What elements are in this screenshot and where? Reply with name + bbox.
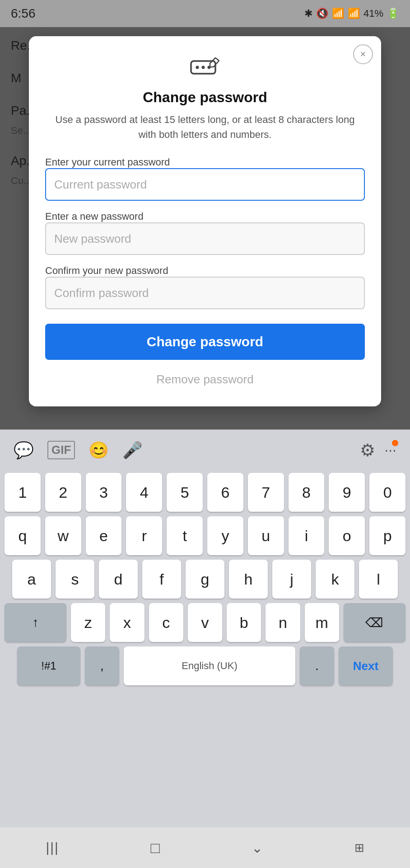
- key-4[interactable]: 4: [126, 473, 162, 512]
- settings-icon[interactable]: ⚙: [360, 440, 375, 460]
- sticker-icon[interactable]: 💬: [14, 441, 34, 460]
- mic-icon[interactable]: 🎤: [122, 441, 143, 460]
- period-key[interactable]: .: [300, 646, 334, 685]
- toolbar-icons: 💬 GIF 😊 🎤: [14, 441, 143, 460]
- key-f[interactable]: f: [142, 560, 181, 599]
- key-a[interactable]: a: [12, 560, 51, 599]
- key-2[interactable]: 2: [45, 473, 81, 512]
- new-password-input[interactable]: [45, 222, 365, 255]
- apps-nav-icon[interactable]: ⊞: [354, 841, 364, 855]
- next-key[interactable]: Next: [339, 646, 393, 685]
- number-row: 1 2 3 4 5 6 7 8 9 0: [5, 473, 405, 512]
- svg-point-1: [196, 66, 199, 69]
- home-nav-icon[interactable]: □: [151, 839, 160, 857]
- key-b[interactable]: b: [227, 603, 261, 642]
- key-z[interactable]: z: [71, 603, 105, 642]
- remove-password-button[interactable]: Remove password: [45, 369, 365, 390]
- battery-icon: 🔋: [387, 8, 399, 19]
- key-d[interactable]: d: [99, 560, 138, 599]
- confirm-password-input[interactable]: [45, 277, 365, 309]
- key-w[interactable]: w: [45, 516, 81, 555]
- key-g[interactable]: g: [186, 560, 224, 599]
- key-y[interactable]: y: [207, 516, 243, 555]
- key-5[interactable]: 5: [167, 473, 203, 512]
- status-bar: 6:56 ✱ 🔇 📶 📶 41% 🔋: [0, 0, 410, 27]
- zxcv-row: ↑ z x c v b n m ⌫: [5, 603, 405, 642]
- key-q[interactable]: q: [5, 516, 41, 555]
- key-l[interactable]: l: [359, 560, 398, 599]
- more-options-icon[interactable]: ···: [384, 442, 396, 458]
- dialog-title: Change password: [45, 89, 365, 106]
- signal-icon: 📶: [348, 8, 360, 19]
- key-8[interactable]: 8: [289, 473, 325, 512]
- change-password-button[interactable]: Change password: [45, 324, 365, 360]
- symbols-key[interactable]: !#1: [17, 646, 80, 685]
- qwerty-row: q w e r t y u i o p: [5, 516, 405, 555]
- wifi-icon: 📶: [332, 8, 344, 19]
- dialog-icon: [45, 54, 365, 82]
- key-s[interactable]: s: [56, 560, 94, 599]
- new-password-label: Enter a new password: [45, 211, 144, 222]
- notification-dot: [392, 440, 398, 446]
- battery-percent: 41%: [363, 8, 383, 19]
- current-password-label: Enter your current password: [45, 156, 170, 168]
- key-n[interactable]: n: [266, 603, 300, 642]
- back-nav-icon[interactable]: |||: [46, 840, 59, 855]
- key-m[interactable]: m: [305, 603, 339, 642]
- nav-bar: ||| □ ⌄ ⊞: [0, 827, 410, 868]
- space-key[interactable]: English (UK): [124, 646, 295, 685]
- key-e[interactable]: e: [86, 516, 122, 555]
- key-r[interactable]: r: [126, 516, 162, 555]
- key-0[interactable]: 0: [369, 473, 405, 512]
- keyboard-toolbar: 💬 GIF 😊 🎤 ⚙ ···: [0, 429, 410, 470]
- key-9[interactable]: 9: [329, 473, 365, 512]
- key-7[interactable]: 7: [248, 473, 284, 512]
- key-v[interactable]: v: [188, 603, 222, 642]
- close-icon: ×: [360, 48, 366, 60]
- key-x[interactable]: x: [110, 603, 144, 642]
- svg-point-2: [202, 66, 205, 69]
- keyboard: 💬 GIF 😊 🎤 ⚙ ··· 1 2 3 4 5 6 7 8 9 0: [0, 429, 410, 868]
- change-password-dialog: × Change password Use a password at leas…: [29, 36, 381, 406]
- key-1[interactable]: 1: [5, 473, 41, 512]
- emoji-icon[interactable]: 😊: [89, 441, 109, 460]
- backspace-key[interactable]: ⌫: [344, 603, 405, 642]
- key-j[interactable]: j: [272, 560, 311, 599]
- key-p[interactable]: p: [369, 516, 405, 555]
- status-icons: ✱ 🔇 📶 📶 41% 🔋: [304, 8, 399, 19]
- key-6[interactable]: 6: [207, 473, 243, 512]
- keyboard-keys: 1 2 3 4 5 6 7 8 9 0 q w e r t y u i o p …: [0, 470, 410, 685]
- gif-icon[interactable]: GIF: [47, 441, 75, 459]
- status-time: 6:56: [11, 6, 36, 21]
- bluetooth-icon: ✱: [304, 8, 312, 19]
- key-c[interactable]: c: [149, 603, 183, 642]
- toolbar-right: ⚙ ···: [360, 440, 396, 460]
- sound-off-icon: 🔇: [316, 8, 328, 19]
- key-k[interactable]: k: [316, 560, 354, 599]
- key-3[interactable]: 3: [86, 473, 122, 512]
- comma-key[interactable]: ,: [85, 646, 119, 685]
- shift-key[interactable]: ↑: [5, 603, 66, 642]
- key-h[interactable]: h: [229, 560, 268, 599]
- key-o[interactable]: o: [329, 516, 365, 555]
- dialog-subtitle: Use a password at least 15 letters long,…: [45, 112, 365, 142]
- recents-nav-icon[interactable]: ⌄: [252, 840, 263, 856]
- confirm-password-label: Confirm your new password: [45, 265, 168, 276]
- current-password-input[interactable]: [45, 168, 365, 201]
- close-button[interactable]: ×: [353, 44, 373, 64]
- bottom-row: !#1 , English (UK) . Next: [5, 646, 405, 685]
- asdf-row: a s d f g h j k l: [5, 560, 405, 599]
- key-i[interactable]: i: [289, 516, 325, 555]
- key-t[interactable]: t: [167, 516, 203, 555]
- key-u[interactable]: u: [248, 516, 284, 555]
